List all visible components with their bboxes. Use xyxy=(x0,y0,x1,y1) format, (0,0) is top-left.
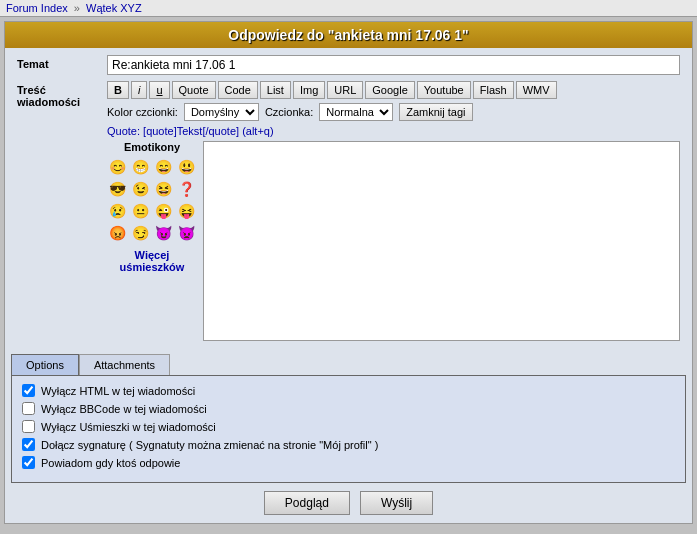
breadcrumb-separator: » xyxy=(74,2,80,14)
checkbox-no-smileys-row: Wyłącz Uśmieszki w tej wiadomości xyxy=(22,420,675,433)
subject-input[interactable] xyxy=(107,55,680,75)
tabs-container: Options Attachments Wyłącz HTML w tej wi… xyxy=(5,354,692,483)
subject-label: Temat xyxy=(17,55,107,70)
emoticon[interactable]: 😁 xyxy=(130,157,150,177)
italic-button[interactable]: i xyxy=(131,81,147,99)
no-smileys-checkbox[interactable] xyxy=(22,420,35,433)
bottom-buttons: Podgląd Wyślij xyxy=(5,483,692,523)
thread-link[interactable]: Wątek XYZ xyxy=(86,2,142,14)
signature-label: Dołącz sygnaturę ( Sygnatuty można zmien… xyxy=(41,439,378,451)
list-button[interactable]: List xyxy=(260,81,291,99)
checkbox-notify-row: Powiadom gdy ktoś odpowie xyxy=(22,456,675,469)
emoticon[interactable]: 👿 xyxy=(176,223,196,243)
font-row: Kolor czcionki: Domyślny Czcionka: Norma… xyxy=(107,103,680,121)
emoticon[interactable]: 😜 xyxy=(153,201,173,221)
main-container: Odpowiedz do "ankieta mni 17.06 1" Temat… xyxy=(4,21,693,524)
no-bbcode-checkbox[interactable] xyxy=(22,402,35,415)
message-row: Treść wiadomości B i u Quote Code List I… xyxy=(11,78,686,344)
emoticon[interactable]: 😡 xyxy=(107,223,127,243)
close-tags-button[interactable]: Zamknij tagi xyxy=(399,103,472,121)
no-html-checkbox[interactable] xyxy=(22,384,35,397)
more-smileys-link[interactable]: Więcej uśmieszków xyxy=(107,249,197,273)
google-button[interactable]: Google xyxy=(365,81,414,99)
emoticon[interactable]: 😈 xyxy=(153,223,173,243)
preview-button[interactable]: Podgląd xyxy=(264,491,350,515)
font-face-label: Czcionka: xyxy=(265,106,313,118)
tab-options[interactable]: Options xyxy=(11,354,79,375)
submit-button[interactable]: Wyślij xyxy=(360,491,433,515)
title-bar: Odpowiedz do "ankieta mni 17.06 1" xyxy=(5,22,692,48)
emoticon[interactable]: ❓ xyxy=(176,179,196,199)
message-label: Treść wiadomości xyxy=(17,81,107,108)
breadcrumb: Forum Index » Wątek XYZ xyxy=(0,0,697,17)
emoticon[interactable]: 😏 xyxy=(130,223,150,243)
url-button[interactable]: URL xyxy=(327,81,363,99)
font-color-select[interactable]: Domyślny xyxy=(184,103,259,121)
emoticon[interactable]: 😃 xyxy=(176,157,196,177)
no-html-label: Wyłącz HTML w tej wiadomości xyxy=(41,385,195,397)
title-text: Odpowiedz do "ankieta mni 17.06 1" xyxy=(228,27,468,43)
checkbox-signature-row: Dołącz sygnaturę ( Sygnatuty można zmien… xyxy=(22,438,675,451)
tabs-bar: Options Attachments xyxy=(11,354,686,375)
code-button[interactable]: Code xyxy=(218,81,258,99)
bold-button[interactable]: B xyxy=(107,81,129,99)
toolbar: B i u Quote Code List Img URL Google You… xyxy=(107,81,680,99)
underline-button[interactable]: u xyxy=(149,81,169,99)
checkbox-no-html-row: Wyłącz HTML w tej wiadomości xyxy=(22,384,675,397)
emoticon[interactable]: 😎 xyxy=(107,179,127,199)
content-area: Temat Treść wiadomości B i u Quote Code … xyxy=(5,48,692,348)
emoticon[interactable]: 😉 xyxy=(130,179,150,199)
emoticon[interactable]: 😢 xyxy=(107,201,127,221)
quote-button[interactable]: Quote xyxy=(172,81,216,99)
wmv-button[interactable]: WMV xyxy=(516,81,557,99)
emoticon[interactable]: 😝 xyxy=(176,201,196,221)
message-textarea[interactable] xyxy=(203,141,680,341)
flash-button[interactable]: Flash xyxy=(473,81,514,99)
message-content: B i u Quote Code List Img URL Google You… xyxy=(107,81,680,341)
no-smileys-label: Wyłącz Uśmieszki w tej wiadomości xyxy=(41,421,216,433)
emoticon[interactable]: 😊 xyxy=(107,157,127,177)
tab-content-options: Wyłącz HTML w tej wiadomości Wyłącz BBCo… xyxy=(11,375,686,483)
message-area-wrapper: Emotikony 😊 😁 😄 😃 😎 😉 😆 ❓ 😢 😐 xyxy=(107,141,680,341)
emoticon[interactable]: 😆 xyxy=(153,179,173,199)
font-face-select[interactable]: Normalna xyxy=(319,103,393,121)
notify-label: Powiadom gdy ktoś odpowie xyxy=(41,457,180,469)
subject-row: Temat xyxy=(11,52,686,78)
forum-index-link[interactable]: Forum Index xyxy=(6,2,68,14)
emoticons-title: Emotikony xyxy=(107,141,197,153)
emoticons-grid: 😊 😁 😄 😃 😎 😉 😆 ❓ 😢 😐 😜 😝 xyxy=(107,157,197,243)
signature-checkbox[interactable] xyxy=(22,438,35,451)
emoticon[interactable]: 😐 xyxy=(130,201,150,221)
emoticons-panel: Emotikony 😊 😁 😄 😃 😎 😉 😆 ❓ 😢 😐 xyxy=(107,141,197,341)
subject-content xyxy=(107,55,680,75)
tab-attachments[interactable]: Attachments xyxy=(79,354,170,375)
checkbox-no-bbcode-row: Wyłącz BBCode w tej wiadomości xyxy=(22,402,675,415)
notify-checkbox[interactable] xyxy=(22,456,35,469)
img-button[interactable]: Img xyxy=(293,81,325,99)
quote-hint: Quote: [quote]Tekst[/quote] (alt+q) xyxy=(107,125,680,137)
emoticon[interactable]: 😄 xyxy=(153,157,173,177)
font-color-label: Kolor czcionki: xyxy=(107,106,178,118)
no-bbcode-label: Wyłącz BBCode w tej wiadomości xyxy=(41,403,207,415)
youtube-button[interactable]: Youtube xyxy=(417,81,471,99)
